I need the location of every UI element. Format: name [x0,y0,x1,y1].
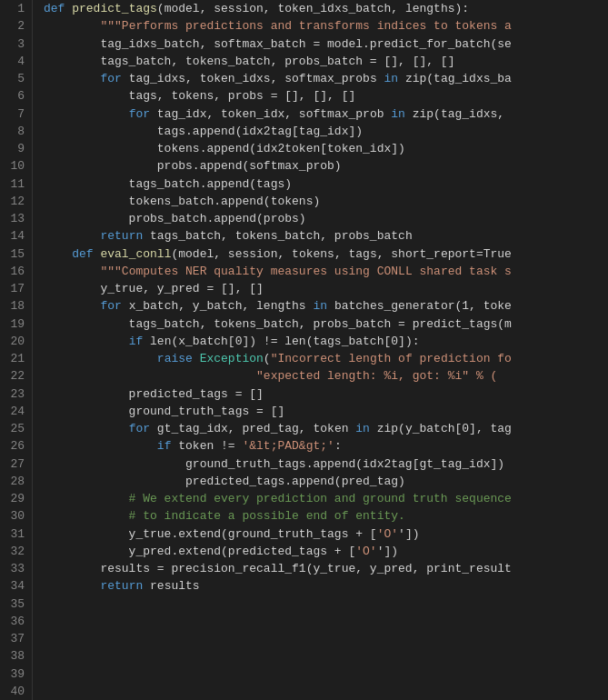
line-number: 6 [7,87,25,105]
line-number-gutter: 1234567891011121314151617181920212223242… [0,0,33,700]
token-str: "Incorrect length of prediction fo [271,352,512,365]
token-kw: def [44,2,72,15]
token-plain: zip(y_batch[0], tag [377,422,512,435]
token-plain: tags_batch, tokens_batch, probs_batch = … [44,55,454,68]
code-line: tags.append(idx2tag[tag_idx]) [44,123,608,140]
line-number: 19 [7,315,25,333]
code-line: y_true, y_pred = [], [] [44,280,608,297]
code-line: """Performs predictions and transforms i… [44,17,608,35]
token-cls: Exception [200,352,264,365]
token-kw: return [100,579,150,593]
line-number: 25 [7,420,25,437]
line-number: 38 [7,647,25,665]
token-str: '&lt;PAD&gt;' [242,439,334,453]
line-number: 35 [7,595,25,613]
code-content[interactable]: def predict_tags(model, session, token_i… [33,0,608,700]
code-line: return tags_batch, tokens_batch, probs_b… [44,227,608,245]
token-kw: if [129,335,150,348]
token-cm: # to indicate a possible end of entity. [44,509,405,523]
code-line: def predict_tags(model, session, token_i… [44,0,608,17]
token-kw: def [72,247,100,261]
code-line: """Computes NER quality measures using C… [44,263,608,280]
code-line: # to indicate a possible end of entity. [44,507,608,525]
token-kw: in [313,299,334,313]
line-number: 34 [7,577,25,595]
token-plain: zip(tag_idxs_ba [405,72,512,85]
token-plain [44,107,129,121]
token-plain [44,229,100,243]
token-plain [44,299,100,313]
code-line: return results [44,577,608,595]
token-plain: (model, session, tokens, tags, short_rep… [171,247,511,261]
token-str: 'O' [355,545,376,558]
token-plain [44,265,100,278]
code-line: for gt_tag_idx, pred_tag, token in zip(y… [44,420,608,437]
token-plain: predicted_tags = [] [44,387,264,401]
token-plain: probs.append(softmax_prob) [44,159,342,173]
code-line: tags_batch, tokens_batch, probs_batch = … [44,53,608,70]
token-kw: for [100,72,128,85]
token-plain: tag_idxs, token_idxs, softmax_probs [129,72,384,85]
line-number: 9 [7,140,25,157]
line-number: 23 [7,385,25,403]
line-number: 14 [7,227,25,245]
token-plain [44,369,256,383]
line-number: 39 [7,665,25,683]
line-number: 16 [7,263,25,280]
line-number: 31 [7,525,25,543]
line-number: 1 [7,0,25,17]
token-fn: eval_conll [100,247,171,261]
line-number: 12 [7,193,25,210]
token-kw: raise [157,352,200,365]
line-number: 20 [7,333,25,350]
token-plain: results [150,579,200,593]
token-str: "expected length: %i, got: %i" % ( [256,369,497,383]
token-kw: in [355,422,376,435]
token-plain: y_true.extend(ground_truth_tags + [ [44,527,377,541]
line-number: 22 [7,367,25,385]
token-plain: x_batch, y_batch, lengths [129,299,314,313]
code-line: for tag_idx, token_idx, softmax_prob in … [44,105,608,123]
code-line: tags_batch, tokens_batch, probs_batch = … [44,315,608,333]
token-plain: y_pred.extend(predicted_tags + [ [44,545,355,558]
code-line: ground_truth_tags.append(idx2tag[gt_tag_… [44,455,608,473]
code-line: if token != '&lt;PAD&gt;': [44,437,608,455]
token-kw: if [157,439,178,453]
token-str: 'O' [377,527,398,541]
line-number: 36 [7,613,25,630]
code-line: ground_truth_tags = [] [44,403,608,420]
line-number: 7 [7,105,25,123]
line-number: 33 [7,560,25,577]
token-plain [44,247,72,261]
token-plain [44,439,157,453]
line-number: 8 [7,123,25,140]
token-kw: return [100,229,150,243]
code-line: if len(x_batch[0]) != len(tags_batch[0])… [44,333,608,350]
token-plain: ground_truth_tags = [] [44,405,284,418]
token-plain: tag_idxs_batch, softmax_batch = model.pr… [44,37,512,51]
token-kw: for [129,107,157,121]
code-line: tokens.append(idx2token[token_idx]) [44,140,608,157]
token-plain: ( [264,352,271,365]
line-number: 3 [7,35,25,53]
token-plain: token != [178,439,242,453]
token-plain: len(x_batch[0]) != len(tags_batch[0]): [150,335,419,348]
line-number: 21 [7,350,25,367]
line-number: 29 [7,490,25,507]
code-line: y_true.extend(ground_truth_tags + ['O'']… [44,525,608,543]
line-number: 26 [7,437,25,455]
line-number: 5 [7,70,25,87]
line-number: 13 [7,210,25,227]
token-plain [44,72,100,85]
line-number: 2 [7,17,25,35]
token-kw: for [129,422,157,435]
token-plain: gt_tag_idx, pred_tag, token [157,422,355,435]
code-line: def eval_conll(model, session, tokens, t… [44,245,608,263]
code-line: probs.append(softmax_prob) [44,157,608,175]
line-number: 32 [7,543,25,560]
token-plain: probs_batch.append(probs) [44,212,306,225]
code-line: predicted_tags.append(pred_tag) [44,473,608,490]
token-plain: tags, tokens, probs = [], [], [] [44,89,355,103]
code-line: tag_idxs_batch, softmax_batch = model.pr… [44,35,608,53]
token-plain: results = precision_recall_f1(y_true, y_… [44,562,512,575]
